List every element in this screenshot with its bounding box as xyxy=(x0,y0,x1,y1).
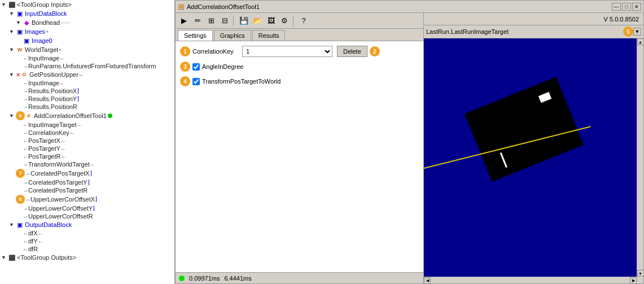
minimize-button[interactable]: — xyxy=(612,3,621,11)
tree-label: AddCorrelationOffsetTool1 xyxy=(34,112,107,119)
tree-item-corelatedpostargetr[interactable]: ▶ → CorelatedPosTargetR xyxy=(0,186,174,194)
tree-item-results-posr[interactable]: ▶ → Results.PositionR xyxy=(0,103,174,111)
image-button[interactable]: 🖼 xyxy=(265,15,277,27)
tree-item-postargetx[interactable]: ▶ ← PosTargetX ← xyxy=(0,137,174,145)
tree-label: InputImage xyxy=(28,80,59,86)
tree-label: Results.PositionX xyxy=(28,88,77,94)
tree-item-results-posx[interactable]: ▶ → Results.PositionX xyxy=(0,87,174,95)
tree-item-correlationkey-input[interactable]: ▶ ← CorrelationKey ← xyxy=(0,129,174,137)
badge-8: 8 xyxy=(16,195,25,204)
status-time1: 0.09971ms xyxy=(189,275,220,282)
image-dropdown-button[interactable]: ▼ xyxy=(633,28,641,36)
tree-label: InputImageTarget xyxy=(28,121,77,128)
open-button[interactable]: 📂 xyxy=(251,15,264,27)
maximize-button[interactable]: □ xyxy=(622,3,631,11)
tree-label: PosTargetX xyxy=(28,137,60,144)
badge-7: 7 xyxy=(16,169,25,178)
tree-item-image0[interactable]: ▶ ▣ Image0 xyxy=(0,36,174,45)
close-button[interactable]: ✕ xyxy=(632,3,641,11)
tree-item-corelatedpostargety[interactable]: ▶ → CorelatedPosTargetY xyxy=(0,178,174,186)
tree-item-worldtarget[interactable]: ▼ W WorldTarget ✦ xyxy=(0,45,174,54)
tree-item-postargety[interactable]: ▶ ← PosTargetY ← xyxy=(0,145,174,152)
tree-item-upperlowercoroffsets[interactable]: ▶ → UpperLowerCorOffsetY xyxy=(0,204,174,212)
grid-button[interactable]: ⊞ xyxy=(205,15,217,27)
tree-item-inputimagetarget[interactable]: ▶ ← InputImageTarget ← xyxy=(0,121,174,129)
run-button[interactable]: ▶ xyxy=(178,15,190,27)
transform-checkbox[interactable] xyxy=(192,78,200,85)
tree-label: InputImage xyxy=(28,55,59,62)
tree-item-corelatedpostargetx[interactable]: 7 → CorelatedPosTargetX xyxy=(0,168,174,178)
toolbar-separator xyxy=(233,16,235,26)
tree-label: dfX xyxy=(28,230,38,237)
transform-row: 4 TransformPosTargetToWorld xyxy=(180,76,419,86)
scrollbar-corner xyxy=(637,277,643,283)
tree-label: PosTargetY xyxy=(28,145,60,152)
angle-label: AngleInDegree xyxy=(202,63,243,70)
tree-label: Results.PositionR xyxy=(28,103,77,110)
image-panel: V 5.0.0.8502 LastRun.LastRunImageTarget … xyxy=(423,13,643,283)
scroll-up-arrow[interactable]: ▲ xyxy=(637,38,644,45)
tree-label: GetPositionUpper xyxy=(29,71,78,78)
tree-label: Results.PositionY xyxy=(28,95,77,102)
tree-item-dfx[interactable]: ▶ ← dfX ← xyxy=(0,229,174,237)
image-header: V 5.0.0.8502 xyxy=(424,13,643,25)
tree-item-getpos-inputimage[interactable]: ▶ ← InputImage ← xyxy=(0,79,174,87)
tab-settings[interactable]: Settings xyxy=(178,30,213,41)
edit-button[interactable]: ✏ xyxy=(191,15,204,27)
tree-item-images[interactable]: ▼ ▣ Images ✦ xyxy=(0,27,174,36)
copy-button[interactable]: ⊟ xyxy=(218,15,231,27)
tree-item-addcorrelation[interactable]: ▼ 6 A AddCorrelationOffsetTool1 xyxy=(0,111,174,121)
tree-label: CorelatedPosTargetR xyxy=(28,187,87,194)
tree-item-getpositionupper[interactable]: ▼ ✕ G GetPositionUpper ← xyxy=(0,70,174,79)
tree-label: CorelatedPosTargetY xyxy=(28,179,87,186)
badge-2: 2 xyxy=(370,46,380,56)
image-scrollbar-vertical[interactable]: ▲ ▼ xyxy=(637,38,643,277)
image-scrollbar-horizontal[interactable]: ◀ ▶ xyxy=(424,277,637,283)
save-button[interactable]: 💾 xyxy=(238,15,250,27)
version-label: V 5.0.0.8502 xyxy=(604,16,639,23)
help-button[interactable]: ? xyxy=(297,15,310,27)
toolbar-separator-2 xyxy=(293,16,295,26)
tree-item-bondhead[interactable]: ▼ ◆ Bondhead —— xyxy=(0,18,174,27)
tree-item-worldtarget-inputimage[interactable]: ▶ ← InputImage ← xyxy=(0,54,174,62)
tree-item-upperlowercoroffsetx[interactable]: 8 → UpperLowerCorOffsetX xyxy=(0,194,174,204)
status-dot-green xyxy=(108,113,112,118)
angle-checkbox[interactable] xyxy=(192,63,200,71)
correlation-key-select[interactable]: 1 2 3 xyxy=(242,46,332,57)
tree-item-postargetr[interactable]: ▶ ← PosTargetR ← xyxy=(0,152,174,160)
tree-item-dfy[interactable]: ▶ ← dfY ← xyxy=(0,237,174,245)
tab-results[interactable]: Results xyxy=(252,30,286,41)
tree-item-results-posy[interactable]: ▶ → Results.PositionY xyxy=(0,95,174,103)
tree-label: PosTargetR xyxy=(28,153,60,160)
tree-label: Bondhead xyxy=(32,19,60,26)
tree-label: UpperLowerCorOffsetX xyxy=(30,196,95,203)
tree-label: RunParams.UnfixturedFromFixturedTransfor… xyxy=(28,63,156,69)
image-title: LastRun.LastRunImageTarget xyxy=(426,28,623,35)
tree-item-transformworldtarget[interactable]: ▶ → TransformWorldTarget ← xyxy=(0,160,174,168)
tree-item-toolgroup-outputs[interactable]: ▼ ⬛ <ToolGroup Outputs> xyxy=(0,253,174,262)
settings-panel: 1 CorrelationKey 1 2 3 Delete 2 3 xyxy=(176,41,423,272)
tree-label: CorrelationKey xyxy=(28,129,69,136)
badge-1: 1 xyxy=(180,46,190,56)
correlation-key-label: CorrelationKey xyxy=(192,48,234,55)
tree-item-dfr[interactable]: ▶ ← dfR xyxy=(0,245,174,253)
tab-graphics[interactable]: Graphics xyxy=(214,30,251,41)
settings-button[interactable]: ⚙ xyxy=(278,15,291,27)
correlation-key-row: 1 CorrelationKey 1 2 3 Delete 2 xyxy=(180,46,419,57)
scroll-right-arrow[interactable]: ▶ xyxy=(630,277,637,284)
tool-window-title: AddCorrelationOffsetTool1 xyxy=(187,3,260,10)
tree-item-toolgroup-inputs[interactable]: ▼ ⬛ <ToolGroup Inputs> xyxy=(0,0,174,9)
badge-5: 5 xyxy=(623,27,633,37)
scroll-left-arrow[interactable]: ◀ xyxy=(424,277,431,284)
tree-label: UpperLowerCorOffsetR xyxy=(28,213,93,220)
tree-item-runparams[interactable]: ▶ → RunParams.UnfixturedFromFixturedTran… xyxy=(0,62,174,70)
tree-label: OutputDataBlock xyxy=(25,221,72,228)
tree-item-inputdatablock[interactable]: ▼ ▣ InputDataBlock xyxy=(0,9,174,18)
tree-item-upperlowercoroffsetr[interactable]: ▶ → UpperLowerCorOffsetR xyxy=(0,212,174,220)
delete-button[interactable]: Delete xyxy=(337,46,367,57)
tool-tabs: Settings Graphics Results xyxy=(176,29,423,41)
tree-label: CorelatedPosTargetX xyxy=(30,170,90,177)
transform-label: TransformPosTargetToWorld xyxy=(202,78,281,85)
tree-item-outputdatablock[interactable]: ▼ ▣ OutputDataBlock xyxy=(0,220,174,229)
scroll-down-arrow[interactable]: ▼ xyxy=(637,270,644,277)
